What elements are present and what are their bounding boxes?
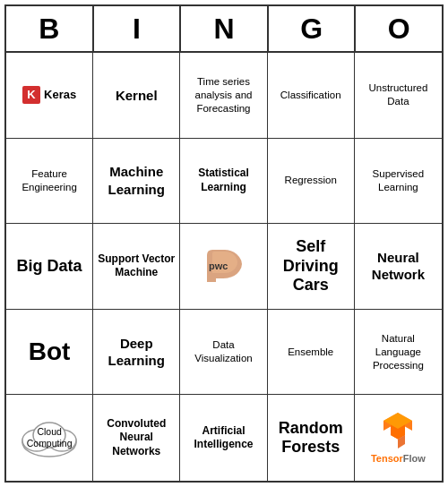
cell-r5c2[interactable]: Convoluted Neural Networks [93,395,180,481]
cell-r4c2[interactable]: Deep Learning [93,310,180,396]
cell-r5c1[interactable]: CloudComputing [6,395,93,481]
letter-g: G [269,6,357,51]
bingo-header: B I N G O [6,6,442,53]
cell-text: Feature Engineering [10,167,89,194]
cell-text: Artificial Intelligence [184,424,263,452]
cell-text: Classification [280,89,341,102]
cell-r3c5[interactable]: Neural Network [355,224,442,310]
cell-r4c4[interactable]: Ensemble [268,310,355,396]
cell-r3c4[interactable]: Self Driving Cars [268,224,355,310]
cloud-computing-cell: CloudComputing [17,415,82,460]
cell-text: Machine Learning [97,163,176,198]
cell-r1c1[interactable]: K Keras [6,53,93,139]
tensorflow-icon [378,411,418,450]
cell-r4c1[interactable]: Bot [6,310,93,396]
cell-text: Ensemble [288,346,333,359]
letter-i: I [94,6,182,51]
cell-text: Supervised Learning [358,167,438,194]
cell-r3c3[interactable]: pwc [180,224,267,310]
keras-label: Keras [44,88,76,103]
cell-r2c1[interactable]: Feature Engineering [6,139,93,225]
letter-n: N [181,6,269,51]
cell-text: Convoluted Neural Networks [97,417,176,459]
cell-text: Natural Language Processing [358,332,438,372]
cell-text: Regression [285,174,337,187]
cell-text: Statistical Learning [184,167,263,194]
cell-text: Time series analysis and Forecasting [184,75,263,115]
cell-text: Data Visualization [184,338,263,365]
cell-text: Deep Learning [97,335,176,370]
tensorflow-cell: TensorFlow [371,411,426,465]
svg-text:pwc: pwc [209,261,228,271]
cloud-label: CloudComputing [22,427,77,449]
keras-k-icon: K [22,86,40,104]
cell-r1c2[interactable]: Kernel [93,53,180,139]
cell-r3c2[interactable]: Support Vector Machine [93,224,180,310]
letter-o: O [356,6,442,51]
cell-text: Self Driving Cars [271,237,350,295]
cell-text: Support Vector Machine [97,252,176,280]
cell-r2c5[interactable]: Supervised Learning [355,139,442,225]
cell-r4c5[interactable]: Natural Language Processing [355,310,442,396]
pwc-logo: pwc [200,248,246,284]
bingo-card: B I N G O K Keras KernelTime series anal… [4,4,444,483]
cell-r5c4[interactable]: Random Forests [268,395,355,481]
cell-r4c3[interactable]: Data Visualization [180,310,267,396]
tensorflow-label: TensorFlow [371,452,426,465]
cell-r1c4[interactable]: Classification [268,53,355,139]
cell-r1c3[interactable]: Time series analysis and Forecasting [180,53,267,139]
keras-logo-group: K Keras [22,86,76,104]
cell-r2c4[interactable]: Regression [268,139,355,225]
cell-r2c2[interactable]: Machine Learning [93,139,180,225]
cell-text: Bot [29,336,71,368]
cell-r2c3[interactable]: Statistical Learning [180,139,267,225]
cell-text: Unstructured Data [358,81,438,108]
cell-text: Random Forests [271,419,350,457]
cell-text: Big Data [17,257,82,277]
bingo-grid: K Keras KernelTime series analysis and F… [6,53,442,481]
cell-text: Neural Network [358,249,438,284]
cell-r3c1[interactable]: Big Data [6,224,93,310]
cell-text: Kernel [116,87,158,105]
letter-b: B [6,6,94,51]
cell-r1c5[interactable]: Unstructured Data [355,53,442,139]
cell-r5c3[interactable]: Artificial Intelligence [180,395,267,481]
pwc-icon: pwc [200,248,246,284]
cell-r5c5[interactable]: TensorFlow [355,395,442,481]
